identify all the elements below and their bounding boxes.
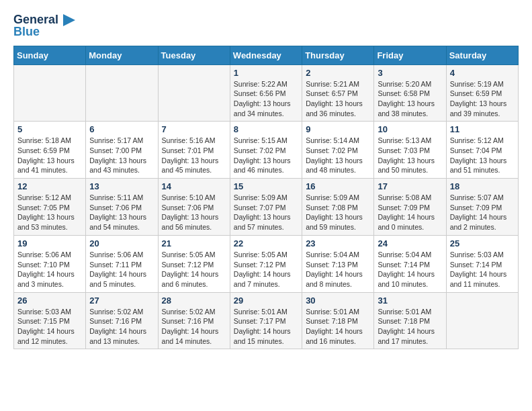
calendar-cell: 15Sunrise: 5:09 AM Sunset: 7:07 PM Dayli… — [230, 179, 302, 236]
day-number: 25 — [450, 238, 515, 248]
day-number: 26 — [17, 295, 82, 306]
day-info: Sunrise: 5:07 AM Sunset: 7:09 PM Dayligh… — [450, 193, 515, 232]
day-number: 16 — [306, 181, 370, 191]
calendar-cell: 26Sunrise: 5:03 AM Sunset: 7:15 PM Dayli… — [14, 292, 86, 349]
calendar-cell: 11Sunrise: 5:12 AM Sunset: 7:04 PM Dayli… — [446, 122, 518, 179]
page-header: General Blue — [13, 13, 519, 39]
day-info: Sunrise: 5:01 AM Sunset: 7:18 PM Dayligh… — [378, 307, 442, 347]
calendar-cell: 13Sunrise: 5:11 AM Sunset: 7:06 PM Dayli… — [86, 179, 158, 236]
calendar-cell: 16Sunrise: 5:09 AM Sunset: 7:08 PM Dayli… — [302, 179, 374, 236]
day-info: Sunrise: 5:19 AM Sunset: 6:59 PM Dayligh… — [450, 79, 515, 119]
day-number: 21 — [162, 238, 226, 248]
day-number: 29 — [234, 295, 298, 306]
day-number: 3 — [378, 68, 442, 78]
day-info: Sunrise: 5:16 AM Sunset: 7:01 PM Dayligh… — [162, 136, 226, 175]
day-info: Sunrise: 5:01 AM Sunset: 7:18 PM Dayligh… — [306, 307, 370, 347]
svg-marker-0 — [63, 14, 75, 26]
weekday-header-tuesday: Tuesday — [158, 46, 230, 64]
day-number: 24 — [378, 238, 442, 248]
day-info: Sunrise: 5:02 AM Sunset: 7:16 PM Dayligh… — [162, 307, 226, 347]
logo: General Blue — [13, 13, 75, 39]
day-number: 10 — [378, 124, 442, 134]
day-number: 22 — [234, 238, 298, 248]
calendar-cell: 31Sunrise: 5:01 AM Sunset: 7:18 PM Dayli… — [374, 292, 446, 349]
calendar-cell: 27Sunrise: 5:02 AM Sunset: 7:16 PM Dayli… — [86, 292, 158, 349]
day-number: 15 — [234, 181, 298, 191]
day-number: 7 — [162, 124, 226, 134]
weekday-header-row: SundayMondayTuesdayWednesdayThursdayFrid… — [14, 46, 519, 64]
day-info: Sunrise: 5:17 AM Sunset: 7:00 PM Dayligh… — [89, 136, 154, 175]
calendar-cell: 21Sunrise: 5:05 AM Sunset: 7:12 PM Dayli… — [158, 235, 230, 292]
calendar-week-row: 19Sunrise: 5:06 AM Sunset: 7:10 PM Dayli… — [14, 235, 519, 292]
day-info: Sunrise: 5:03 AM Sunset: 7:14 PM Dayligh… — [450, 250, 515, 289]
calendar-week-row: 26Sunrise: 5:03 AM Sunset: 7:15 PM Dayli… — [14, 292, 519, 349]
day-info: Sunrise: 5:14 AM Sunset: 7:02 PM Dayligh… — [306, 136, 370, 175]
day-number: 20 — [89, 238, 154, 248]
calendar-cell: 4Sunrise: 5:19 AM Sunset: 6:59 PM Daylig… — [446, 64, 518, 122]
calendar-cell — [446, 292, 518, 349]
weekday-header-wednesday: Wednesday — [230, 46, 302, 64]
day-number: 9 — [306, 124, 370, 134]
calendar-cell: 3Sunrise: 5:20 AM Sunset: 6:58 PM Daylig… — [374, 64, 446, 122]
calendar-cell: 30Sunrise: 5:01 AM Sunset: 7:18 PM Dayli… — [302, 292, 374, 349]
calendar-cell: 1Sunrise: 5:22 AM Sunset: 6:56 PM Daylig… — [230, 64, 302, 122]
day-number: 1 — [234, 68, 298, 78]
calendar-cell: 8Sunrise: 5:15 AM Sunset: 7:02 PM Daylig… — [230, 122, 302, 179]
day-info: Sunrise: 5:04 AM Sunset: 7:14 PM Dayligh… — [378, 250, 442, 289]
calendar-cell: 18Sunrise: 5:07 AM Sunset: 7:09 PM Dayli… — [446, 179, 518, 236]
day-info: Sunrise: 5:20 AM Sunset: 6:58 PM Dayligh… — [378, 79, 442, 119]
day-info: Sunrise: 5:13 AM Sunset: 7:03 PM Dayligh… — [378, 136, 442, 175]
day-info: Sunrise: 5:09 AM Sunset: 7:08 PM Dayligh… — [306, 193, 370, 232]
calendar-cell: 19Sunrise: 5:06 AM Sunset: 7:10 PM Dayli… — [14, 235, 86, 292]
calendar-cell: 7Sunrise: 5:16 AM Sunset: 7:01 PM Daylig… — [158, 122, 230, 179]
day-number: 31 — [378, 295, 442, 306]
calendar-cell: 6Sunrise: 5:17 AM Sunset: 7:00 PM Daylig… — [86, 122, 158, 179]
weekday-header-friday: Friday — [374, 46, 446, 64]
day-info: Sunrise: 5:11 AM Sunset: 7:06 PM Dayligh… — [89, 193, 154, 232]
weekday-header-thursday: Thursday — [302, 46, 374, 64]
calendar-cell: 23Sunrise: 5:04 AM Sunset: 7:13 PM Dayli… — [302, 235, 374, 292]
day-info: Sunrise: 5:03 AM Sunset: 7:15 PM Dayligh… — [17, 307, 82, 347]
calendar-cell: 29Sunrise: 5:01 AM Sunset: 7:17 PM Dayli… — [230, 292, 302, 349]
day-info: Sunrise: 5:06 AM Sunset: 7:11 PM Dayligh… — [89, 250, 154, 289]
day-number: 18 — [450, 181, 515, 191]
calendar-table: SundayMondayTuesdayWednesdayThursdayFrid… — [13, 46, 519, 350]
calendar-cell: 28Sunrise: 5:02 AM Sunset: 7:16 PM Dayli… — [158, 292, 230, 349]
day-info: Sunrise: 5:22 AM Sunset: 6:56 PM Dayligh… — [234, 79, 298, 119]
day-number: 19 — [17, 238, 82, 248]
calendar-cell: 5Sunrise: 5:18 AM Sunset: 6:59 PM Daylig… — [14, 122, 86, 179]
calendar-week-row: 5Sunrise: 5:18 AM Sunset: 6:59 PM Daylig… — [14, 122, 519, 179]
weekday-header-saturday: Saturday — [446, 46, 518, 64]
day-info: Sunrise: 5:21 AM Sunset: 6:57 PM Dayligh… — [306, 79, 370, 119]
calendar-week-row: 1Sunrise: 5:22 AM Sunset: 6:56 PM Daylig… — [14, 64, 519, 122]
day-info: Sunrise: 5:10 AM Sunset: 7:06 PM Dayligh… — [162, 193, 226, 232]
day-number: 14 — [162, 181, 226, 191]
day-info: Sunrise: 5:12 AM Sunset: 7:04 PM Dayligh… — [450, 136, 515, 175]
day-number: 27 — [89, 295, 154, 306]
day-info: Sunrise: 5:05 AM Sunset: 7:12 PM Dayligh… — [162, 250, 226, 289]
day-info: Sunrise: 5:01 AM Sunset: 7:17 PM Dayligh… — [234, 307, 298, 347]
day-number: 23 — [306, 238, 370, 248]
day-info: Sunrise: 5:06 AM Sunset: 7:10 PM Dayligh… — [17, 250, 82, 289]
calendar-cell: 2Sunrise: 5:21 AM Sunset: 6:57 PM Daylig… — [302, 64, 374, 122]
day-info: Sunrise: 5:02 AM Sunset: 7:16 PM Dayligh… — [89, 307, 154, 347]
day-number: 8 — [234, 124, 298, 134]
logo-text: General Blue — [13, 13, 75, 39]
calendar-cell: 14Sunrise: 5:10 AM Sunset: 7:06 PM Dayli… — [158, 179, 230, 236]
day-info: Sunrise: 5:09 AM Sunset: 7:07 PM Dayligh… — [234, 193, 298, 232]
calendar-cell: 9Sunrise: 5:14 AM Sunset: 7:02 PM Daylig… — [302, 122, 374, 179]
calendar-cell: 24Sunrise: 5:04 AM Sunset: 7:14 PM Dayli… — [374, 235, 446, 292]
day-info: Sunrise: 5:12 AM Sunset: 7:05 PM Dayligh… — [17, 193, 82, 232]
day-number: 6 — [89, 124, 154, 134]
calendar-cell: 10Sunrise: 5:13 AM Sunset: 7:03 PM Dayli… — [374, 122, 446, 179]
day-info: Sunrise: 5:18 AM Sunset: 6:59 PM Dayligh… — [17, 136, 82, 175]
logo-triangle-icon — [63, 14, 75, 26]
day-number: 4 — [450, 68, 515, 78]
calendar-cell: 22Sunrise: 5:05 AM Sunset: 7:12 PM Dayli… — [230, 235, 302, 292]
day-number: 11 — [450, 124, 515, 134]
day-number: 30 — [306, 295, 370, 306]
calendar-cell: 17Sunrise: 5:08 AM Sunset: 7:09 PM Dayli… — [374, 179, 446, 236]
weekday-header-monday: Monday — [86, 46, 158, 64]
calendar-cell: 12Sunrise: 5:12 AM Sunset: 7:05 PM Dayli… — [14, 179, 86, 236]
day-number: 28 — [162, 295, 226, 306]
